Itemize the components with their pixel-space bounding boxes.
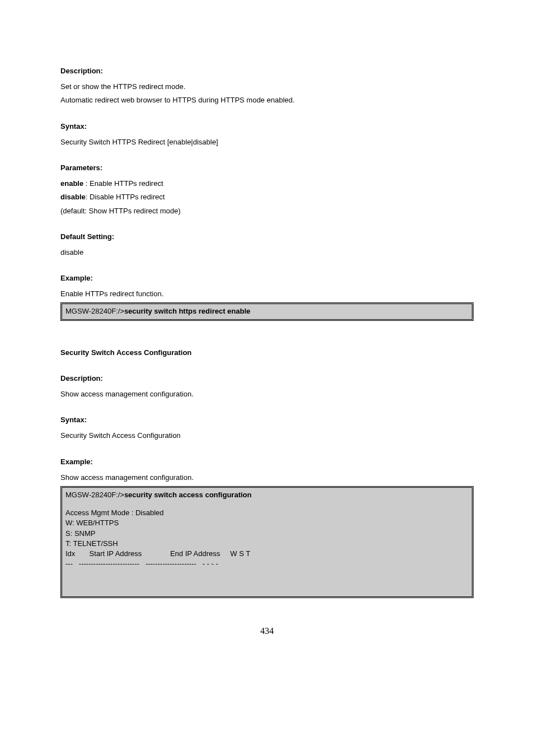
heading-example: Example: bbox=[60, 457, 474, 467]
description-text: Show access management configuration. bbox=[60, 389, 474, 399]
heading-syntax: Syntax: bbox=[60, 415, 474, 425]
cli-output-line: --- ------------------------- ----------… bbox=[65, 559, 469, 569]
cli-line: MGSW-28240F:/>security switch https redi… bbox=[65, 307, 250, 315]
cli-prompt: MGSW-28240F:/> bbox=[65, 491, 124, 499]
cli-prompt: MGSW-28240F:/> bbox=[65, 307, 124, 315]
heading-default-setting: Default Setting: bbox=[60, 232, 474, 242]
default-value: disable bbox=[60, 248, 474, 258]
cli-line: MGSW-28240F:/>security switch access con… bbox=[65, 490, 469, 500]
cli-command: security switch access configuration bbox=[124, 491, 252, 499]
description-text: Set or show the HTTPS redirect mode. bbox=[60, 82, 474, 92]
cli-output-line: Idx Start IP Address End IP Address W S … bbox=[65, 549, 469, 559]
example-code-box: MGSW-28240F:/>security switch access con… bbox=[60, 486, 474, 598]
parameter-key: disable bbox=[60, 193, 86, 201]
cli-output-line: S: SNMP bbox=[65, 529, 469, 539]
heading-syntax: Syntax: bbox=[60, 122, 474, 132]
parameter-row: enable : Enable HTTPs redirect bbox=[60, 179, 474, 189]
page-number: 434 bbox=[60, 625, 474, 637]
description-text: Automatic redirect web browser to HTTPS … bbox=[60, 95, 474, 105]
heading-parameters: Parameters: bbox=[60, 163, 474, 173]
document-page: Description: Set or show the HTTPS redir… bbox=[0, 0, 534, 756]
cli-output-line: Access Mgmt Mode : Disabled bbox=[65, 508, 469, 518]
cli-command: security switch https redirect enable bbox=[124, 307, 250, 315]
syntax-text: Security Switch Access Configuration bbox=[60, 431, 474, 441]
heading-description: Description: bbox=[60, 66, 474, 76]
topic-heading: Security Switch Access Configuration bbox=[60, 348, 474, 358]
parameter-default-note: (default: Show HTTPs redirect mode) bbox=[60, 206, 474, 216]
cli-output-line: W: WEB/HTTPS bbox=[65, 518, 469, 528]
parameter-desc: : Enable HTTPs redirect bbox=[83, 179, 163, 188]
syntax-text: Security Switch HTTPS Redirect [enable|d… bbox=[60, 137, 474, 147]
parameter-row: disable: Disable HTTPs redirect bbox=[60, 192, 474, 202]
parameter-key: enable bbox=[60, 179, 83, 188]
example-desc: Show access management configuration. bbox=[60, 473, 474, 483]
example-code-box: MGSW-28240F:/>security switch https redi… bbox=[60, 302, 474, 320]
heading-description: Description: bbox=[60, 374, 474, 384]
heading-example: Example: bbox=[60, 273, 474, 283]
parameter-desc: : Disable HTTPs redirect bbox=[86, 193, 165, 201]
example-desc: Enable HTTPs redirect function. bbox=[60, 289, 474, 299]
cli-output-line: T: TELNET/SSH bbox=[65, 539, 469, 549]
